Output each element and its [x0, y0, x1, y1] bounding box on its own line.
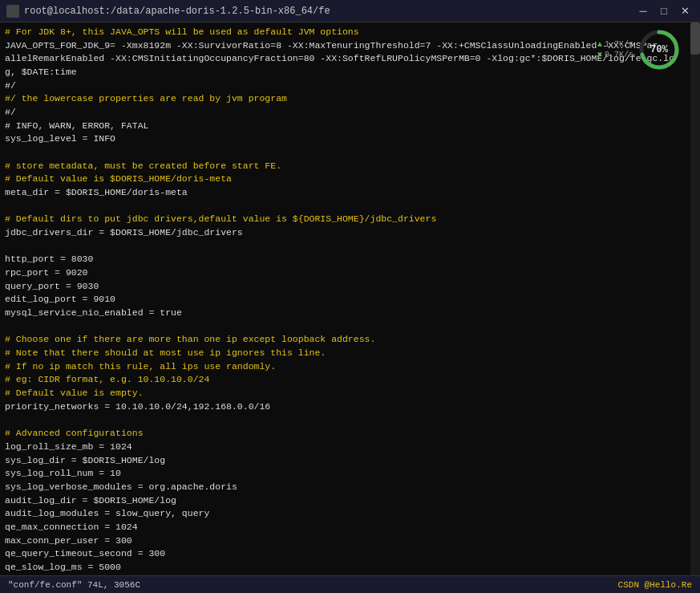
- statusbar-right-info: CSDN @Hello.Re: [618, 580, 692, 590]
- titlebar-title: root@localhost:/data/apache-doris-1.2.5-…: [24, 6, 330, 17]
- maximize-button[interactable]: □: [655, 4, 673, 18]
- network-widget: ▲ 1.7K/s ▼ 0.7K/s 70%: [597, 27, 686, 72]
- scrollbar-thumb[interactable]: [690, 22, 700, 55]
- statusbar-file-info: "conf/fe.conf" 74L, 3056C: [8, 580, 140, 590]
- upload-stat: ▲ 1.7K/s: [597, 40, 633, 49]
- cpu-percent: 70%: [650, 44, 668, 55]
- download-speed: 0.7K/s: [605, 51, 633, 59]
- titlebar: root@localhost:/data/apache-doris-1.2.5-…: [0, 0, 700, 22]
- download-arrow-icon: ▼: [597, 51, 602, 59]
- download-stat: ▼ 0.7K/s: [597, 51, 633, 59]
- upload-arrow-icon: ▲: [597, 40, 602, 49]
- cpu-circle: 70%: [638, 29, 680, 71]
- titlebar-controls: ─ □ ✕: [634, 4, 694, 18]
- statusbar: "conf/fe.conf" 74L, 3056C CSDN @Hello.Re: [0, 575, 700, 593]
- app-icon: [6, 5, 19, 18]
- close-button[interactable]: ✕: [676, 4, 694, 18]
- upload-speed: 1.7K/s: [605, 40, 633, 49]
- scrollbar[interactable]: [690, 22, 700, 575]
- minimize-button[interactable]: ─: [634, 4, 652, 18]
- network-stats: ▲ 1.7K/s ▼ 0.7K/s: [597, 40, 633, 59]
- terminal-content: # For JDK 8+, this JAVA_OPTS will be use…: [5, 26, 695, 575]
- titlebar-left: root@localhost:/data/apache-doris-1.2.5-…: [6, 5, 330, 18]
- terminal-area[interactable]: # For JDK 8+, this JAVA_OPTS will be use…: [0, 22, 700, 575]
